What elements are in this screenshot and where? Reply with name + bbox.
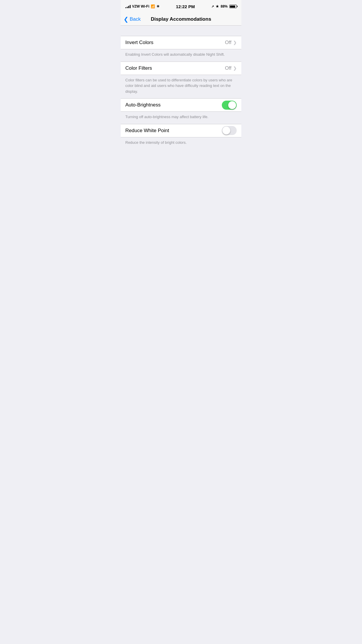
color-filters-value: Off (225, 65, 231, 71)
signal-bar-1 (125, 7, 126, 8)
loading-icon: ✳ (157, 4, 159, 8)
status-time: 12:22 PM (176, 4, 195, 9)
auto-brightness-toggle[interactable] (222, 101, 237, 110)
invert-colors-description: Enabling Invert Colors will automaticall… (125, 52, 225, 57)
chevron-left-icon: ❮ (124, 16, 129, 22)
reduce-white-point-toggle[interactable] (222, 126, 237, 135)
color-filters-description-block: Color filters can be used to differentia… (121, 75, 241, 99)
chevron-right-icon: ❯ (233, 66, 237, 71)
color-filters-description: Color filters can be used to differentia… (125, 78, 232, 94)
reduce-white-point-description-block: Reduce the intensity of bright colors. (121, 137, 241, 150)
carrier-label: VZW Wi-Fi (132, 4, 149, 8)
invert-colors-section: Invert Colors Off ❯ (121, 36, 241, 49)
content-area: Invert Colors Off ❯ Enabling Invert Colo… (121, 26, 241, 266)
signal-bar-3 (128, 6, 129, 8)
color-filters-row[interactable]: Color Filters Off ❯ (121, 62, 241, 75)
invert-colors-value: Off (225, 40, 231, 46)
back-button[interactable]: ❮ Back (124, 16, 141, 22)
auto-brightness-description-block: Turning off auto-brightness may affect b… (121, 112, 241, 124)
auto-brightness-label: Auto-Brightness (125, 102, 161, 108)
reduce-white-point-section: Reduce White Point (121, 124, 241, 137)
battery-icon (229, 5, 237, 8)
status-right: ↗ ★ 88% (211, 4, 237, 8)
battery-percentage: 88% (221, 4, 228, 8)
bottom-spacer (121, 149, 241, 266)
wifi-icon: 📶 (151, 4, 155, 8)
back-label: Back (130, 16, 141, 22)
chevron-right-icon: ❯ (233, 40, 237, 45)
page-title: Display Accommodations (151, 16, 211, 22)
location-icon: ↗ (211, 5, 214, 8)
toggle-thumb (228, 101, 236, 109)
invert-colors-value-container: Off ❯ (225, 40, 237, 46)
color-filters-section: Color Filters Off ❯ (121, 62, 241, 75)
bluetooth-icon: ★ (216, 4, 219, 8)
reduce-white-point-label: Reduce White Point (125, 128, 169, 134)
invert-colors-description-block: Enabling Invert Colors will automaticall… (121, 49, 241, 62)
invert-colors-label: Invert Colors (125, 40, 153, 46)
status-left: VZW Wi-Fi 📶 ✳ (125, 4, 159, 8)
auto-brightness-section: Auto-Brightness (121, 98, 241, 112)
signal-bar-2 (127, 7, 128, 8)
reduce-white-point-description: Reduce the intensity of bright colors. (125, 140, 187, 145)
reduce-white-point-row: Reduce White Point (121, 124, 241, 137)
signal-bars-icon (125, 5, 131, 8)
auto-brightness-row: Auto-Brightness (121, 99, 241, 111)
toggle-thumb (222, 127, 230, 134)
color-filters-label: Color Filters (125, 65, 152, 71)
invert-colors-row[interactable]: Invert Colors Off ❯ (121, 36, 241, 49)
color-filters-value-container: Off ❯ (225, 65, 237, 71)
navigation-bar: ❮ Back Display Accommodations (121, 13, 241, 26)
auto-brightness-description: Turning off auto-brightness may affect b… (125, 115, 208, 119)
top-spacer (121, 26, 241, 36)
signal-bar-4 (130, 5, 131, 8)
status-bar: VZW Wi-Fi 📶 ✳ 12:22 PM ↗ ★ 88% (121, 0, 241, 13)
